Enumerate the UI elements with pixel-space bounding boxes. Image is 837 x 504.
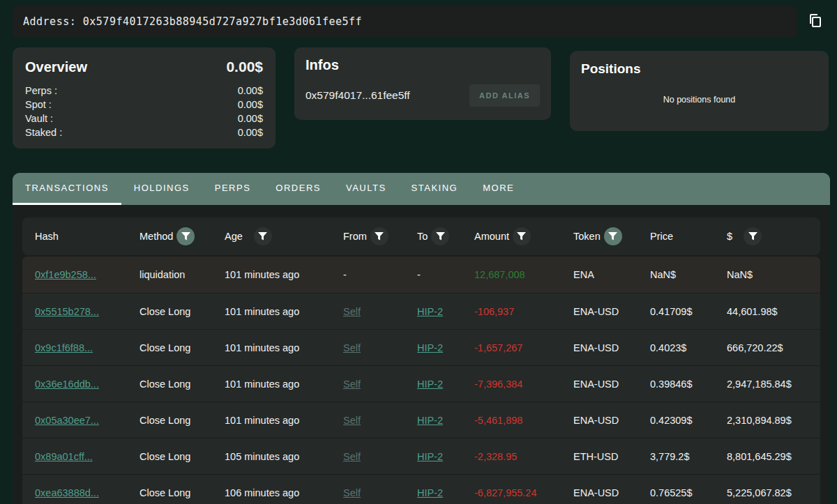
tx-age: 101 minutes ago (225, 306, 343, 317)
tx-token: ENA-USD (573, 379, 650, 390)
overview-spot-value: 0.00$ (238, 98, 263, 112)
overview-title: Overview (25, 59, 87, 75)
tab-vaults[interactable]: VAULTS (333, 173, 399, 205)
tx-hash-link[interactable]: 0x9c1f6f88... (35, 342, 93, 353)
tab-bar: TRANSACTIONS HOLDINGS PERPS ORDERS VAULT… (13, 173, 830, 205)
table-row: 0xea63888d... Close Long 106 minutes ago… (22, 474, 820, 504)
tx-to-link[interactable]: HIP-2 (417, 342, 443, 353)
tx-to-link[interactable]: HIP-2 (417, 306, 443, 317)
tx-hash-link[interactable]: 0xea63888d... (35, 487, 99, 498)
tx-usd: 2,310,894.89$ (727, 415, 820, 426)
usd-filter-button[interactable] (744, 227, 762, 245)
tx-hash-link[interactable]: 0x05a30ee7... (35, 415, 99, 426)
tx-usd: 8,801,645.29$ (727, 451, 820, 462)
tx-to-link[interactable]: HIP-2 (417, 379, 443, 390)
amount-filter-button[interactable] (513, 227, 531, 245)
overview-perps-label: Perps : (25, 84, 57, 98)
tx-method: Close Long (140, 342, 225, 353)
tx-price: 0.41709$ (650, 306, 727, 317)
tx-token: ENA-USD (573, 306, 650, 317)
tx-amount: -2,328.95 (474, 451, 573, 462)
tx-price: 3,779.2$ (650, 451, 727, 462)
token-filter-button[interactable] (604, 227, 622, 245)
overview-perps-value: 0.00$ (238, 84, 263, 98)
tx-hash-link[interactable]: 0x5515b278... (35, 306, 99, 317)
filter-funnel-icon (258, 232, 267, 240)
tx-token: ENA-USD (573, 342, 650, 353)
column-header-age: Age (225, 227, 343, 245)
tx-to-link[interactable]: HIP-2 (417, 451, 443, 462)
table-row: 0x05a30ee7... Close Long 101 minutes ago… (22, 402, 820, 438)
tx-hash-link[interactable]: 0x36e16ddb... (35, 379, 99, 390)
tx-method: Close Long (140, 379, 225, 390)
infos-card: Infos 0x579f4017...61fee5ff ADD ALIAS (294, 47, 551, 120)
from-filter-button[interactable] (370, 227, 389, 245)
tx-token: ENA-USD (573, 415, 650, 426)
tx-amount: 12,687,008 (474, 269, 573, 280)
overview-card: Overview 0.00$ Perps :0.00$ Spot :0.00$ … (13, 47, 276, 148)
column-header-hash: Hash (35, 231, 140, 242)
tx-price: 0.42309$ (650, 415, 727, 426)
filter-funnel-icon (436, 232, 445, 240)
tx-price: 0.39846$ (650, 379, 727, 390)
tx-method: Close Long (140, 415, 225, 426)
address-label: Address: (23, 15, 76, 28)
tab-staking[interactable]: STAKING (399, 173, 471, 205)
overview-staked-value: 0.00$ (238, 125, 263, 139)
add-alias-button[interactable]: ADD ALIAS (469, 84, 540, 107)
filter-funnel-icon (517, 232, 526, 240)
to-filter-button[interactable] (431, 227, 449, 245)
tab-orders[interactable]: ORDERS (263, 173, 333, 205)
column-header-to: To (417, 227, 474, 245)
age-filter-button[interactable] (254, 227, 272, 245)
positions-empty-text: No positions found (581, 95, 817, 105)
positions-card: Positions No positions found (570, 51, 829, 131)
tx-usd: 5,225,067.82$ (727, 487, 820, 498)
tab-perps[interactable]: PERPS (202, 173, 264, 205)
overview-total: 0.00$ (226, 59, 263, 75)
tx-amount: -7,396,384 (474, 379, 573, 390)
tx-to: - (417, 269, 474, 280)
tx-amount: -106,937 (474, 306, 573, 317)
tx-to-link[interactable]: HIP-2 (417, 415, 443, 426)
tx-price: 0.76525$ (650, 487, 727, 498)
tx-method: liquidation (140, 269, 225, 280)
tx-hash-link[interactable]: 0xf1e9b258... (35, 269, 96, 280)
table-row: 0x5515b278... Close Long 101 minutes ago… (22, 293, 820, 329)
tx-to-link[interactable]: HIP-2 (417, 487, 443, 498)
table-row: 0x36e16ddb... Close Long 101 minutes ago… (22, 365, 820, 402)
table-body: 0xf1e9b258... liquidation 101 minutes ag… (22, 257, 820, 504)
tx-usd: 666,720.22$ (727, 342, 820, 353)
tx-age: 101 minutes ago (225, 269, 343, 280)
method-filter-button[interactable] (176, 227, 195, 245)
tx-hash-link[interactable]: 0x89a01cff... (35, 451, 93, 462)
tab-holdings[interactable]: HOLDINGS (121, 173, 202, 205)
tab-more[interactable]: MORE (470, 173, 527, 205)
address-bar: Address: 0x579f4017263b88945d727a927bf1e… (13, 6, 797, 38)
tx-from-link[interactable]: Self (343, 487, 361, 498)
tx-age: 101 minutes ago (225, 379, 343, 390)
tx-from-link[interactable]: Self (343, 451, 361, 462)
table-row: 0xf1e9b258... liquidation 101 minutes ag… (22, 257, 820, 293)
tx-from-link[interactable]: Self (343, 415, 361, 426)
filter-funnel-icon (748, 232, 757, 240)
positions-title: Positions (581, 61, 641, 76)
tx-amount: -5,461,898 (474, 415, 573, 426)
table-row: 0x89a01cff... Close Long 105 minutes ago… (22, 438, 820, 474)
address-value: 0x579f4017263b88945d727a927bf1e3d061fee5… (83, 15, 362, 28)
copy-address-button[interactable] (805, 11, 826, 32)
transactions-table: Hash Method Age From To Amount Token Pri… (13, 205, 830, 504)
column-header-token: Token (573, 227, 650, 245)
column-header-price: Price (650, 231, 727, 242)
tx-token: ETH-USD (573, 451, 650, 462)
tx-from-link[interactable]: Self (343, 306, 361, 317)
filter-funnel-icon (181, 232, 190, 240)
tx-from-link[interactable]: Self (343, 342, 361, 353)
tx-from-link[interactable]: Self (343, 379, 361, 390)
tx-age: 101 minutes ago (225, 342, 343, 353)
filter-funnel-icon (375, 232, 384, 240)
tab-transactions[interactable]: TRANSACTIONS (13, 173, 121, 205)
tx-price: NaN$ (650, 269, 727, 280)
tx-from: - (343, 269, 417, 280)
tx-amount: -1,657,267 (474, 342, 573, 353)
